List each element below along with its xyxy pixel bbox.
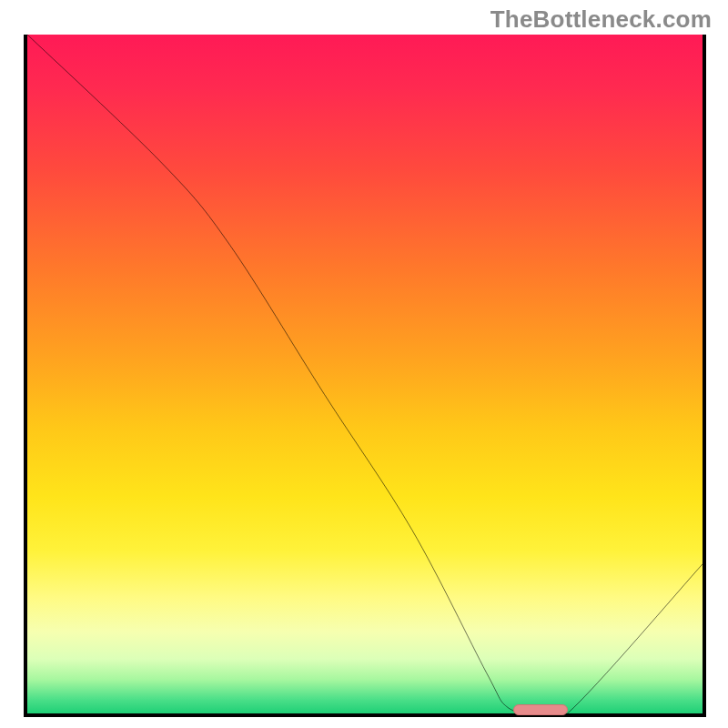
plot-area [24,35,706,717]
watermark-text: TheBottleneck.com [490,5,712,34]
optimal-range-marker [513,704,567,715]
bottleneck-chart: TheBottleneck.com [0,0,728,728]
bottleneck-curve [27,35,703,713]
